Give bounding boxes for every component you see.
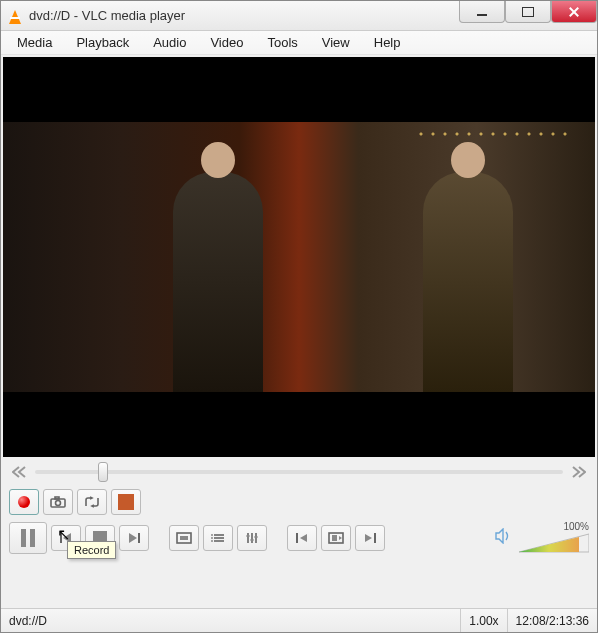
loop-ab-button[interactable] — [77, 489, 107, 515]
film-icon — [118, 494, 134, 510]
playlist-button[interactable] — [203, 525, 233, 551]
extended-settings-button[interactable] — [237, 525, 267, 551]
chapter-prev-icon — [295, 532, 309, 544]
dvd-menu-button[interactable] — [321, 525, 351, 551]
status-speed[interactable]: 1.00x — [461, 609, 507, 632]
next-button[interactable] — [119, 525, 149, 551]
svg-point-8 — [211, 534, 213, 536]
frame-by-frame-button[interactable] — [111, 489, 141, 515]
menu-video[interactable]: Video — [200, 32, 253, 53]
record-button[interactable] — [9, 489, 39, 515]
svg-point-9 — [211, 537, 213, 539]
maximize-button[interactable] — [505, 1, 551, 23]
chapter-next-icon — [363, 532, 377, 544]
record-tooltip: Record — [67, 541, 116, 559]
prev-chapter-button[interactable] — [287, 525, 317, 551]
app-window: dvd://D - VLC media player Media Playbac… — [0, 0, 598, 633]
minimize-button[interactable] — [459, 1, 505, 23]
titlebar[interactable]: dvd://D - VLC media player — [1, 1, 597, 31]
statusbar: dvd://D 1.00x 12:08/2:13:36 — [1, 608, 597, 632]
volume-slider[interactable] — [519, 532, 589, 554]
menu-help[interactable]: Help — [364, 32, 411, 53]
dvd-menu-icon — [328, 532, 344, 544]
next-chapter-button[interactable] — [355, 525, 385, 551]
svg-rect-4 — [180, 536, 188, 540]
video-frame — [3, 122, 595, 392]
menu-tools[interactable]: Tools — [257, 32, 307, 53]
menu-playback[interactable]: Playback — [66, 32, 139, 53]
advanced-toolbar — [1, 487, 597, 517]
svg-rect-15 — [251, 539, 254, 541]
menu-view[interactable]: View — [312, 32, 360, 53]
fullscreen-button[interactable] — [169, 525, 199, 551]
video-area[interactable] — [3, 57, 595, 457]
window-title: dvd://D - VLC media player — [29, 8, 459, 23]
record-icon — [18, 496, 30, 508]
volume-area: 100% — [495, 521, 589, 554]
status-time[interactable]: 12:08/2:13:36 — [508, 609, 597, 632]
close-button[interactable] — [551, 1, 597, 23]
loop-ab-icon — [83, 496, 101, 508]
menubar: Media Playback Audio Video Tools View He… — [1, 31, 597, 55]
svg-rect-16 — [255, 536, 258, 538]
seek-thumb[interactable] — [98, 462, 108, 482]
skip-next-icon — [127, 532, 141, 544]
seek-slider[interactable] — [35, 467, 563, 477]
seek-forward-icon[interactable] — [569, 463, 589, 481]
speaker-icon[interactable] — [495, 528, 513, 547]
playlist-icon — [210, 532, 226, 544]
menu-audio[interactable]: Audio — [143, 32, 196, 53]
status-media[interactable]: dvd://D — [1, 609, 461, 632]
seek-back-icon[interactable] — [9, 463, 29, 481]
sliders-icon — [245, 531, 259, 545]
svg-rect-2 — [55, 497, 59, 499]
svg-point-10 — [211, 540, 213, 542]
seek-bar-row — [1, 457, 597, 487]
window-controls — [459, 1, 597, 30]
camera-icon — [50, 496, 66, 508]
svg-marker-19 — [519, 537, 579, 552]
svg-point-1 — [56, 501, 61, 506]
play-pause-button[interactable] — [9, 522, 47, 554]
vlc-cone-icon — [7, 8, 23, 24]
svg-rect-14 — [247, 535, 250, 537]
snapshot-button[interactable] — [43, 489, 73, 515]
volume-percent-label: 100% — [563, 521, 589, 532]
menu-media[interactable]: Media — [7, 32, 62, 53]
fullscreen-icon — [176, 532, 192, 544]
pause-icon — [21, 529, 35, 547]
